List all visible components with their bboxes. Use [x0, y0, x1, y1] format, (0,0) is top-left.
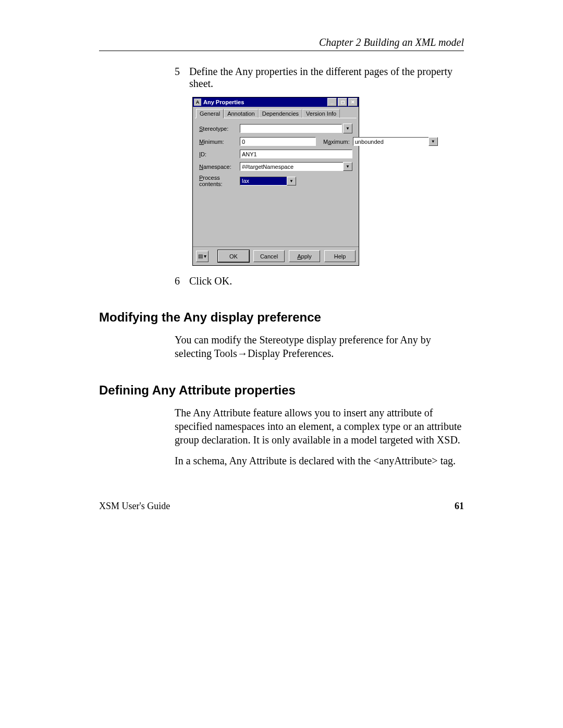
- app-icon: A: [194, 98, 201, 106]
- step-6: 6 Click OK.: [175, 275, 464, 287]
- input-maximum[interactable]: [353, 137, 429, 146]
- combo-namespace: ▼: [240, 162, 352, 171]
- maximize-button[interactable]: ◻: [338, 98, 347, 106]
- namespace-dropdown-icon[interactable]: ▼: [343, 162, 352, 171]
- tab-annotation[interactable]: Annotation: [224, 109, 259, 118]
- button-bar: ▤ ▾ OK Cancel Apply Help: [193, 246, 359, 265]
- titlebar: A Any Properties _ ◻ ✕: [193, 97, 359, 107]
- row-process: Process contents: ▼: [199, 175, 352, 187]
- para-any-attr-1: The Any Attribute feature allows you to …: [175, 406, 464, 447]
- step-5: 5 Define the Any properties in the diffe…: [175, 66, 464, 90]
- tab-general[interactable]: General: [196, 109, 224, 118]
- step-text: Click OK.: [189, 275, 464, 287]
- tab-strip: General Annotation Dependencies Version …: [193, 107, 359, 118]
- dialog-screenshot: A Any Properties _ ◻ ✕ General Annotatio…: [192, 97, 464, 266]
- window-title: Any Properties: [203, 99, 326, 105]
- tab-version-info[interactable]: Version Info: [302, 109, 340, 118]
- combo-maximum: ▼: [353, 137, 438, 146]
- stereotype-dropdown-icon[interactable]: ▼: [343, 124, 352, 133]
- apply-button[interactable]: Apply: [289, 250, 320, 262]
- input-id[interactable]: [240, 150, 352, 158]
- any-properties-dialog: A Any Properties _ ◻ ✕ General Annotatio…: [192, 97, 359, 266]
- minimize-button[interactable]: _: [327, 98, 337, 106]
- chapter-header: Chapter 2 Building an XML model: [99, 36, 464, 51]
- row-min-max: Minimum: Maximum: ▼: [199, 137, 352, 146]
- ok-button[interactable]: OK: [218, 250, 249, 262]
- tab-panel-general: Stereotype: ▼ Minimum: Maximum: ▼: [195, 118, 357, 246]
- footer-guide: XSM User's Guide: [99, 501, 170, 512]
- row-namespace: Namespace: ▼: [199, 162, 352, 171]
- close-button[interactable]: ✕: [348, 98, 358, 106]
- input-minimum[interactable]: [240, 137, 316, 146]
- heading-modifying-display-pref: Modifying the Any display preference: [99, 310, 464, 325]
- para-any-attr-2: In a schema, Any Attribute is declared w…: [175, 454, 464, 467]
- label-namespace: Namespace:: [199, 164, 240, 170]
- page-number: 61: [455, 501, 464, 512]
- row-stereotype: Stereotype: ▼: [199, 124, 352, 133]
- page-footer: XSM User's Guide 61: [99, 501, 464, 512]
- process-dropdown-icon[interactable]: ▼: [287, 177, 296, 186]
- label-minimum: Minimum:: [199, 139, 240, 145]
- label-id: ID:: [199, 151, 240, 157]
- label-stereotype: Stereotype:: [199, 126, 240, 132]
- step-number: 6: [175, 275, 189, 287]
- step-number: 5: [175, 66, 189, 90]
- row-id: ID:: [199, 150, 352, 158]
- para-display-pref: You can modify the Stereotype display pr…: [175, 333, 464, 360]
- tab-dependencies[interactable]: Dependencies: [259, 109, 302, 118]
- body-column: 5 Define the Any properties in the diffe…: [175, 66, 464, 287]
- combo-process-contents: ▼: [240, 177, 296, 186]
- maximum-dropdown-icon[interactable]: ▼: [429, 137, 438, 146]
- label-process-contents: Process contents:: [199, 175, 240, 187]
- page: Chapter 2 Building an XML model 5 Define…: [0, 0, 563, 728]
- cancel-button[interactable]: Cancel: [253, 250, 285, 262]
- input-process-contents[interactable]: [240, 177, 287, 186]
- label-maximum: Maximum:: [323, 139, 350, 145]
- menu-icon[interactable]: ▤ ▾: [196, 251, 209, 262]
- input-namespace[interactable]: [240, 162, 343, 171]
- heading-defining-any-attr: Defining Any Attribute properties: [99, 383, 464, 398]
- step-text: Define the Any properties in the differe…: [189, 66, 464, 90]
- input-stereotype[interactable]: [240, 124, 342, 133]
- help-button[interactable]: Help: [324, 250, 356, 262]
